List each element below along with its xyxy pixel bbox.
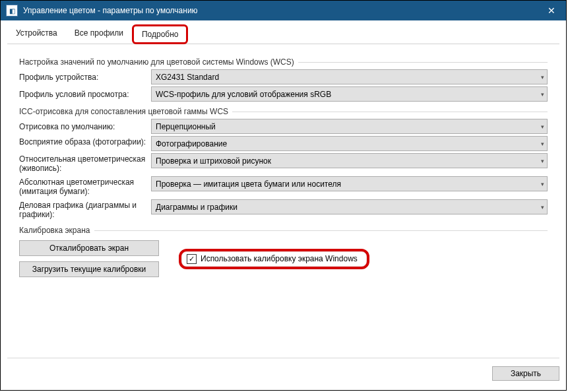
absolute-select[interactable]: Проверка — имитация цвета бумаги или нос…: [151, 176, 548, 191]
footer: Закрыть: [7, 358, 559, 383]
titlebar[interactable]: ◧ Управление цветом - параметры по умолч…: [1, 1, 566, 20]
chevron-down-icon: ▾: [541, 158, 544, 164]
tab-all-profiles[interactable]: Все профили: [66, 24, 132, 44]
wcs-defaults-heading: Настройка значений по умолчанию для цвет…: [19, 57, 548, 67]
chevron-down-icon: ▾: [541, 91, 544, 98]
tab-devices[interactable]: Устройства: [7, 24, 66, 44]
perceptual-label: Восприятие образа (фотографии):: [19, 136, 151, 148]
device-profile-select[interactable]: XG2431 Standard ▾: [151, 69, 548, 84]
chevron-down-icon: ▾: [541, 123, 544, 130]
chevron-down-icon: ▾: [541, 204, 544, 211]
reload-calibrations-button[interactable]: Загрузить текущие калибровки: [19, 261, 159, 277]
absolute-label: Абсолютная цветометрическая (имитация бу…: [19, 176, 151, 197]
close-icon[interactable]: ✕: [536, 1, 566, 20]
chevron-down-icon: ▾: [541, 74, 544, 81]
calibrate-button[interactable]: Откалибровать экран: [19, 240, 159, 256]
viewing-conditions-label: Профиль условий просмотра:: [19, 88, 151, 100]
icc-heading: ICC-отрисовка для сопоставления цветовой…: [19, 107, 548, 116]
default-intent-select[interactable]: Перцепционный ▾: [151, 119, 548, 134]
use-windows-calibration-highlight: ✓ Использовать калибровку экрана Windows: [179, 249, 369, 269]
business-label: Деловая графика (диаграммы и графики):: [19, 199, 151, 220]
close-button[interactable]: Закрыть: [492, 366, 559, 381]
device-profile-label: Профиль устройства:: [19, 71, 151, 83]
relative-select[interactable]: Проверка и штриховой рисунок ▾: [151, 153, 548, 168]
tab-strip: Устройства Все профили Подробно: [7, 24, 559, 44]
window-title: Управление цветом - параметры по умолчан…: [23, 6, 536, 15]
default-intent-label: Отрисовка по умолчанию:: [19, 121, 151, 133]
business-select[interactable]: Диаграммы и графики ▾: [151, 199, 548, 214]
use-windows-calibration-label: Использовать калибровку экрана Windows: [201, 254, 358, 263]
calibration-heading: Калибровка экрана: [19, 226, 548, 235]
chevron-down-icon: ▾: [541, 181, 544, 187]
relative-label: Относительная цветометрическая (живопись…: [19, 153, 151, 174]
viewing-conditions-select[interactable]: WCS-профиль для условий отображения sRGB…: [151, 86, 548, 102]
use-windows-calibration-checkbox[interactable]: ✓: [187, 254, 197, 264]
chevron-down-icon: ▾: [541, 141, 544, 147]
tab-advanced[interactable]: Подробно: [132, 24, 189, 44]
perceptual-select[interactable]: Фотографирование ▾: [151, 136, 548, 151]
app-icon: ◧: [6, 5, 18, 16]
